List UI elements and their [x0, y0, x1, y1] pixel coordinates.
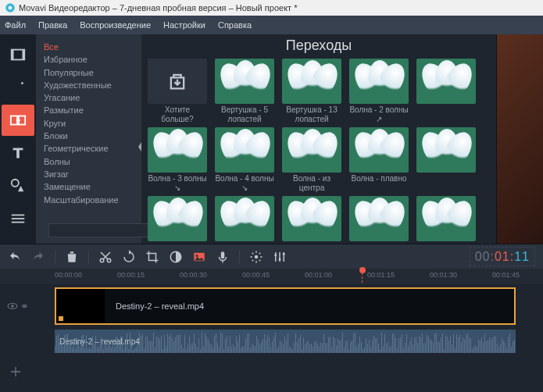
- transition-thumb: [215, 127, 274, 173]
- image-button[interactable]: [192, 250, 206, 264]
- transition-tile[interactable]: Волна - 3 волны ↘: [148, 127, 207, 193]
- transition-name: [148, 243, 207, 244]
- video-track-head: ⚭: [0, 301, 36, 312]
- transition-name: Хотите больше?: [148, 105, 207, 124]
- transition-thumb: [416, 59, 476, 104]
- svg-point-21: [283, 252, 285, 255]
- tool-column: [0, 34, 36, 244]
- transition-tile[interactable]: [416, 127, 476, 193]
- clip-label: Destiny-2 – reveal.mp4: [116, 301, 204, 311]
- transition-thumb: [148, 127, 207, 173]
- transition-tile[interactable]: Волна - 2 волны ↗: [349, 59, 409, 124]
- category-item[interactable]: Зигзаг: [44, 168, 134, 180]
- menu-help[interactable]: Справка: [218, 20, 252, 30]
- transition-thumb: [282, 127, 341, 173]
- menu-file[interactable]: Файл: [5, 20, 26, 30]
- menubar: Файл Правка Воспроизведение Настройки Сп…: [0, 16, 543, 34]
- tool-shapes[interactable]: [2, 170, 34, 201]
- svg-rect-10: [12, 222, 25, 223]
- transition-tile[interactable]: Волна - из центра: [282, 127, 341, 193]
- category-item[interactable]: Круги: [44, 117, 134, 130]
- color-button[interactable]: [169, 250, 183, 264]
- transition-name: [416, 174, 476, 193]
- transition-tile[interactable]: [416, 196, 476, 244]
- category-item[interactable]: Избранное: [44, 53, 134, 66]
- category-item[interactable]: Угасание: [44, 91, 134, 104]
- transition-thumb: [282, 59, 341, 104]
- transition-thumb: [215, 196, 274, 241]
- transition-tile[interactable]: Вертушка - 13 лопастей: [282, 59, 341, 124]
- transition-name: [215, 243, 274, 244]
- search-input[interactable]: [48, 223, 155, 237]
- category-item[interactable]: Все: [44, 41, 134, 53]
- ruler-tick: 00:00:45: [242, 271, 270, 279]
- video-clip[interactable]: Destiny-2 – reveal.mp4: [55, 287, 516, 325]
- transition-tile[interactable]: [349, 196, 409, 244]
- transition-name: Волна - 3 волны ↘: [148, 174, 207, 193]
- menu-playback[interactable]: Воспроизведение: [80, 20, 151, 30]
- transition-tile[interactable]: [282, 196, 341, 244]
- redo-button[interactable]: [31, 250, 45, 264]
- transition-thumb: [349, 127, 409, 173]
- link-icon[interactable]: ⚭: [20, 301, 29, 312]
- properties-button[interactable]: [249, 250, 263, 264]
- timecode: 00:01:11: [470, 247, 535, 266]
- audio-clip[interactable]: Destiny-2 – reveal.mp4: [55, 330, 516, 353]
- category-item[interactable]: Размытие: [44, 104, 134, 116]
- category-item[interactable]: Замещение: [44, 180, 134, 193]
- tool-filters[interactable]: [2, 72, 34, 103]
- transition-name: [416, 105, 476, 124]
- svg-point-20: [279, 258, 281, 260]
- transition-thumb: [416, 127, 476, 173]
- transition-name: Волна - из центра: [282, 174, 341, 193]
- transition-name: Вертушка - 13 лопастей: [282, 105, 341, 124]
- transition-tile[interactable]: Волна - плавно: [349, 127, 409, 193]
- eye-icon[interactable]: [7, 301, 18, 312]
- transition-tile[interactable]: [148, 196, 207, 244]
- svg-rect-17: [221, 251, 225, 258]
- mic-button[interactable]: [216, 250, 230, 264]
- transition-tile[interactable]: Вертушка - 5 лопастей: [215, 59, 274, 124]
- svg-point-1: [9, 6, 13, 10]
- ruler-tick: 00:00:15: [117, 271, 145, 279]
- category-item[interactable]: Блоки: [44, 130, 134, 142]
- transition-name: [349, 243, 409, 244]
- tool-media[interactable]: [2, 39, 34, 70]
- category-item[interactable]: Масштабирование: [44, 194, 134, 206]
- ruler-tick: 00:00:00: [55, 271, 82, 279]
- category-item[interactable]: Художественные: [44, 79, 134, 91]
- tool-titles[interactable]: [2, 137, 34, 169]
- transition-tile[interactable]: [215, 196, 274, 244]
- cut-button[interactable]: [98, 250, 113, 264]
- transition-thumb: [148, 59, 207, 104]
- svg-rect-8: [12, 215, 25, 216]
- category-item[interactable]: Геометрические: [44, 142, 134, 155]
- tool-transitions[interactable]: [2, 105, 34, 136]
- timeline-tracks: ⚭ Destiny-2 – reveal.mp4 Destiny-2 – rev…: [0, 284, 543, 392]
- transition-name: Вертушка - 5 лопастей: [215, 105, 274, 124]
- delete-button[interactable]: [65, 250, 79, 264]
- menu-settings[interactable]: Настройки: [163, 20, 205, 30]
- svg-point-16: [196, 255, 198, 257]
- transition-thumb: [215, 59, 274, 104]
- transition-thumb: [416, 196, 476, 241]
- timeline-ruler[interactable]: 00:00:0000:00:1500:00:3000:00:4500:01:00…: [0, 269, 543, 284]
- transition-name: Волна - 2 волны ↗: [349, 105, 409, 124]
- category-item[interactable]: Популярные: [44, 66, 134, 79]
- window-title: Movavi Видеоредактор – 7-дневная пробная…: [19, 3, 297, 12]
- menu-edit[interactable]: Правка: [38, 20, 67, 30]
- transition-thumb: [349, 196, 409, 241]
- transition-tile[interactable]: Хотите больше?: [148, 59, 207, 124]
- preview-pane: [496, 34, 543, 244]
- category-item[interactable]: Волны: [44, 155, 134, 168]
- equalizer-button[interactable]: [273, 250, 287, 264]
- undo-button[interactable]: [8, 250, 22, 264]
- rotate-button[interactable]: [122, 250, 136, 264]
- svg-rect-3: [12, 50, 14, 60]
- tool-more[interactable]: [2, 203, 34, 234]
- crop-button[interactable]: [145, 250, 159, 264]
- collapse-panel-icon[interactable]: [137, 139, 143, 155]
- add-track-button[interactable]: [9, 365, 22, 378]
- transition-tile[interactable]: Волна - 4 волны ↘: [215, 127, 274, 193]
- transition-tile[interactable]: [416, 59, 476, 124]
